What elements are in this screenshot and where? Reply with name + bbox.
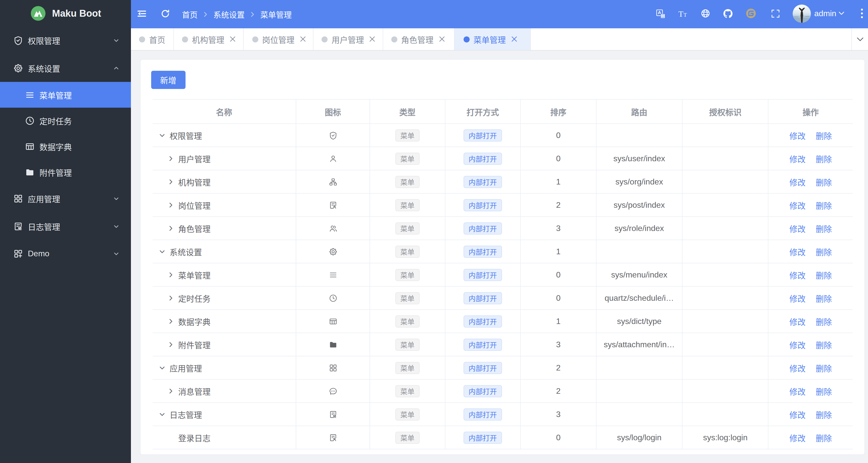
svg-text:T: T: [678, 9, 683, 17]
svg-text:T: T: [683, 11, 687, 17]
